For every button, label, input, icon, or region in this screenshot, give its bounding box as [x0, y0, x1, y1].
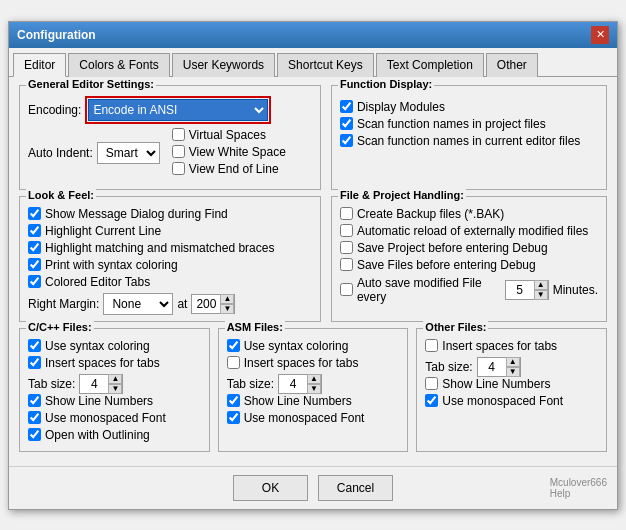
cpp-show-line-label: Show Line Numbers: [45, 394, 153, 408]
look-feel-section: Look & Feel: Show Message Dialog during …: [19, 196, 321, 322]
tab-other[interactable]: Other: [486, 53, 538, 77]
virtual-spaces-checkbox[interactable]: [172, 128, 185, 141]
asm-insert-spaces-row: Insert spaces for tabs: [227, 356, 400, 370]
asm-use-syntax-checkbox[interactable]: [227, 339, 240, 352]
cancel-button[interactable]: Cancel: [318, 475, 393, 501]
scan-current-checkbox[interactable]: [340, 134, 353, 147]
cpp-monospaced-label: Use monospaced Font: [45, 411, 166, 425]
asm-monospaced-label: Use monospaced Font: [244, 411, 365, 425]
other-insert-spaces-row: Insert spaces for tabs: [425, 339, 598, 353]
general-editor-title: General Editor Settings:: [26, 78, 156, 90]
cpp-tab-up[interactable]: ▲: [108, 374, 122, 384]
ok-button[interactable]: OK: [233, 475, 308, 501]
asm-show-line-row: Show Line Numbers: [227, 394, 400, 408]
view-white-space-label: View White Space: [189, 145, 286, 159]
view-end-of-line-checkbox[interactable]: [172, 162, 185, 175]
asm-tab-down[interactable]: ▼: [307, 384, 321, 394]
top-row: General Editor Settings: Encoding: Encod…: [19, 85, 607, 190]
at-spinbox-down[interactable]: ▼: [220, 304, 234, 314]
tab-user-keywords[interactable]: User Keywords: [172, 53, 275, 77]
other-tab-input[interactable]: [478, 358, 506, 376]
tab-colors-fonts[interactable]: Colors & Fonts: [68, 53, 169, 77]
highlight-current-checkbox[interactable]: [28, 224, 41, 237]
cpp-tab-input[interactable]: [80, 375, 108, 393]
display-modules-row: Display Modules: [340, 100, 598, 114]
cpp-insert-spaces-checkbox[interactable]: [28, 356, 41, 369]
file-project-section: File & Project Handling: Create Backup f…: [331, 196, 607, 322]
auto-save-checkbox[interactable]: [340, 283, 353, 296]
cpp-tab-spinbox: ▲ ▼: [79, 374, 123, 394]
close-button[interactable]: ✕: [591, 26, 609, 44]
asm-tab-size-label: Tab size:: [227, 377, 274, 391]
other-tab-spinbox: ▲ ▼: [477, 357, 521, 377]
cpp-use-syntax-label: Use syntax coloring: [45, 339, 150, 353]
create-backup-checkbox[interactable]: [340, 207, 353, 220]
other-monospaced-checkbox[interactable]: [425, 394, 438, 407]
at-spinbox-up[interactable]: ▲: [220, 294, 234, 304]
cpp-show-line-checkbox[interactable]: [28, 394, 41, 407]
tab-text-completion[interactable]: Text Completion: [376, 53, 484, 77]
auto-indent-select[interactable]: Smart None: [97, 142, 160, 164]
tab-content: General Editor Settings: Encoding: Encod…: [9, 77, 617, 466]
file-project-title: File & Project Handling:: [338, 189, 466, 201]
watermark-text: Mculover666Help: [550, 477, 607, 499]
asm-tab-input[interactable]: [279, 375, 307, 393]
cpp-tab-size-label: Tab size:: [28, 377, 75, 391]
cpp-insert-spaces-row: Insert spaces for tabs: [28, 356, 201, 370]
asm-insert-spaces-checkbox[interactable]: [227, 356, 240, 369]
cpp-files-section: C/C++ Files: Use syntax coloring Insert …: [19, 328, 210, 452]
colored-editor-checkbox[interactable]: [28, 275, 41, 288]
cpp-monospaced-checkbox[interactable]: [28, 411, 41, 424]
auto-save-spinbox: ▲ ▼: [505, 280, 549, 300]
view-white-space-checkbox[interactable]: [172, 145, 185, 158]
display-modules-checkbox[interactable]: [340, 100, 353, 113]
cpp-outlining-checkbox[interactable]: [28, 428, 41, 441]
auto-save-up[interactable]: ▲: [534, 280, 548, 290]
save-files-checkbox[interactable]: [340, 258, 353, 271]
other-tab-down[interactable]: ▼: [506, 367, 520, 377]
at-spinbox: ▲ ▼: [191, 294, 235, 314]
auto-reload-checkbox[interactable]: [340, 224, 353, 237]
asm-use-syntax-label: Use syntax coloring: [244, 339, 349, 353]
show-message-checkbox[interactable]: [28, 207, 41, 220]
print-syntax-checkbox[interactable]: [28, 258, 41, 271]
other-tab-up[interactable]: ▲: [506, 357, 520, 367]
other-insert-spaces-checkbox[interactable]: [425, 339, 438, 352]
other-tab-size-label: Tab size:: [425, 360, 472, 374]
asm-title: ASM Files:: [225, 321, 285, 333]
encoding-label: Encoding:: [28, 103, 81, 117]
view-white-space-row: View White Space: [172, 145, 286, 159]
general-editor-section: General Editor Settings: Encoding: Encod…: [19, 85, 321, 190]
tab-editor[interactable]: Editor: [13, 53, 66, 77]
tab-bar: Editor Colors & Fonts User Keywords Shor…: [9, 48, 617, 77]
tab-shortcut-keys[interactable]: Shortcut Keys: [277, 53, 374, 77]
minutes-label: Minutes.: [553, 283, 598, 297]
show-message-row: Show Message Dialog during Find: [28, 207, 312, 221]
right-margin-label: Right Margin:: [28, 297, 99, 311]
encoding-select[interactable]: Encode in ANSI Encode in UTF-8: [88, 99, 268, 121]
asm-tab-up[interactable]: ▲: [307, 374, 321, 384]
highlight-current-label: Highlight Current Line: [45, 224, 161, 238]
asm-tab-size-row: Tab size: ▲ ▼: [227, 374, 400, 394]
bottom-row: C/C++ Files: Use syntax coloring Insert …: [19, 328, 607, 452]
auto-save-input[interactable]: [506, 281, 534, 299]
scan-project-checkbox[interactable]: [340, 117, 353, 130]
other-tab-spinbox-buttons: ▲ ▼: [506, 357, 520, 377]
auto-reload-row: Automatic reload of externally modified …: [340, 224, 598, 238]
highlight-matching-checkbox[interactable]: [28, 241, 41, 254]
bottom-bar: OK Cancel Mculover666Help: [9, 466, 617, 509]
right-margin-select[interactable]: None 80 120: [103, 293, 173, 315]
other-insert-spaces-label: Insert spaces for tabs: [442, 339, 557, 353]
cpp-use-syntax-checkbox[interactable]: [28, 339, 41, 352]
auto-indent-row: Auto Indent: Smart None Virtual Spaces: [28, 128, 312, 179]
other-show-line-checkbox[interactable]: [425, 377, 438, 390]
other-show-line-label: Show Line Numbers: [442, 377, 550, 391]
save-project-checkbox[interactable]: [340, 241, 353, 254]
at-value-input[interactable]: [192, 295, 220, 313]
cpp-tab-down[interactable]: ▼: [108, 384, 122, 394]
asm-monospaced-checkbox[interactable]: [227, 411, 240, 424]
show-message-label: Show Message Dialog during Find: [45, 207, 228, 221]
auto-save-down[interactable]: ▼: [534, 290, 548, 300]
asm-show-line-checkbox[interactable]: [227, 394, 240, 407]
other-files-section: Other Files: Insert spaces for tabs Tab …: [416, 328, 607, 452]
